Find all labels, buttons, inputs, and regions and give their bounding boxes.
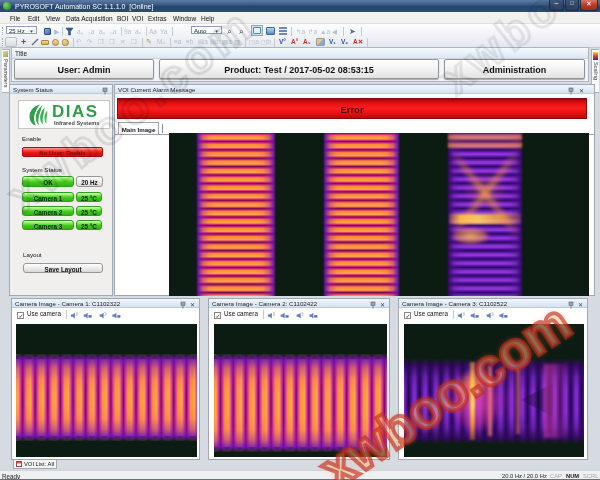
svg-text:)): )) <box>76 312 78 316</box>
svg-text:)): )) <box>104 312 106 316</box>
svg-text:)): )) <box>463 312 465 316</box>
svg-text:)): )) <box>301 312 303 316</box>
svg-text:)): )) <box>273 312 275 316</box>
svg-text:)): )) <box>491 312 493 316</box>
